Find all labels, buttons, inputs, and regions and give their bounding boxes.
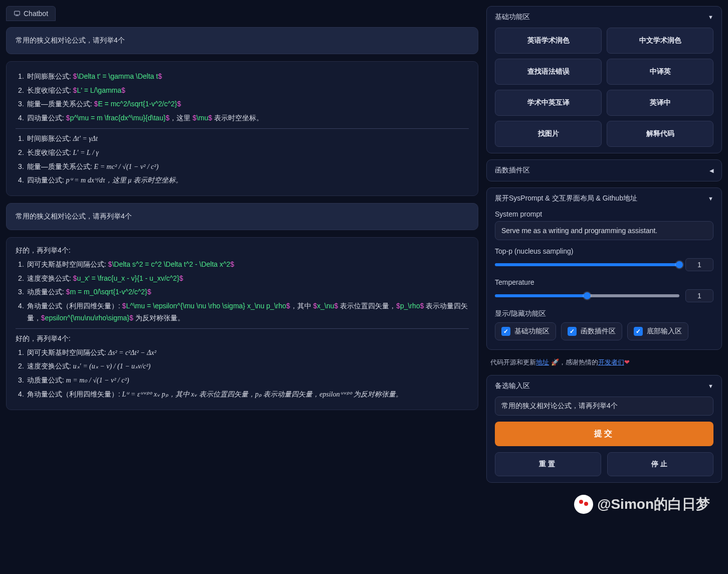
- toggle-bottom-input[interactable]: ✓底部输入区: [627, 322, 688, 340]
- stop-button[interactable]: 停止: [607, 452, 713, 476]
- checkbox-checked-icon: ✓: [634, 327, 643, 336]
- rocket-icon: 🚀: [551, 358, 559, 366]
- rendered-list-1: 1.时间膨胀公式: Δt′ = γΔt 2.长度收缩公式: L′ = L / γ…: [16, 133, 469, 186]
- chat-icon: [14, 10, 21, 17]
- list-item: 4.四动量公式: $p^\mu = m \frac{dx^\mu}{d\tau}…: [16, 112, 469, 124]
- plugins-panel-title: 函数插件区: [495, 166, 530, 175]
- user-message-1-text: 常用的狭义相对论公式，请列举4个: [16, 36, 125, 44]
- system-prompt-label: System prompt: [495, 210, 713, 218]
- divider: [16, 328, 469, 329]
- list-item: 2.长度收缩公式: L′ = L / γ: [16, 147, 469, 159]
- list-item: 2.长度收缩公式: $L' = L/\gamma$: [16, 85, 469, 97]
- topp-label: Top-p (nucleus sampling): [495, 247, 713, 255]
- heart-icon: ❤: [624, 358, 630, 366]
- sysprompt-panel-header[interactable]: 展开SysPrompt & 交互界面布局 & Github地址 ▼: [495, 194, 713, 203]
- assistant-message-1: 1.时间膨胀公式: $\Delta t' = \gamma \Delta t$ …: [6, 61, 478, 196]
- temperature-value[interactable]: 1: [685, 289, 713, 302]
- alt-input-panel: 备选输入区 ▼ 提交 重置 停止: [486, 375, 722, 483]
- plugins-panel: 函数插件区 ◀: [486, 159, 722, 181]
- list-item: 3.能量—质量关系公式: E = mc² / √(1 − v² / c²): [16, 161, 469, 173]
- toggle-section-label: 显示/隐藏功能区: [495, 309, 713, 318]
- tab-bar: Chatbot: [6, 6, 478, 21]
- temperature-label: Temperature: [495, 278, 713, 286]
- alt-input-title: 备选输入区: [495, 381, 530, 391]
- fn-btn-find-image[interactable]: 找图片: [495, 121, 602, 147]
- topp-value[interactable]: 1: [685, 258, 713, 271]
- list-item: 2.速度变换公式: uₓ′ = (uₓ − v) / (1 − uₓv/c²): [16, 360, 469, 372]
- chevron-left-icon: ◀: [709, 167, 713, 174]
- user-message-2-text: 常用的狭义相对论公式，请再列举4个: [16, 212, 132, 220]
- fn-btn-zh-to-en[interactable]: 中译英: [607, 59, 713, 85]
- system-prompt-input[interactable]: [495, 221, 713, 240]
- footer-note: 代码开源和更新地址 🚀，感谢热情的开发者们❤: [486, 356, 722, 369]
- list-item: 4.四动量公式: pᵘ = m dxᵘ/dτ，这里 μ 表示时空坐标。: [16, 174, 469, 186]
- toggle-basic[interactable]: ✓基础功能区: [495, 322, 556, 340]
- basic-panel: 基础功能区 ▼ 英语学术润色 中文学术润色 查找语法错误 中译英 学术中英互译 …: [486, 6, 722, 153]
- rendered-intro: 好的，再列举4个:: [16, 333, 469, 345]
- reset-button[interactable]: 重置: [495, 452, 601, 476]
- rendered-list-2: 1.闵可夫斯基时空间隔公式: Δs² = c²Δt² − Δx² 2.速度变换公…: [16, 347, 469, 401]
- topp-slider[interactable]: [495, 263, 679, 266]
- submit-button[interactable]: 提交: [495, 422, 713, 446]
- assistant-intro: 好的，再列举4个:: [16, 245, 469, 257]
- user-message-1: 常用的狭义相对论公式，请列举4个: [6, 27, 478, 54]
- slider-thumb[interactable]: [584, 292, 591, 299]
- user-message-2: 常用的狭义相对论公式，请再列举4个: [6, 203, 478, 230]
- divider: [16, 128, 469, 129]
- checkbox-checked-icon: ✓: [501, 327, 510, 336]
- fn-btn-grammar[interactable]: 查找语法错误: [495, 59, 602, 85]
- list-item: 3.动质量公式: m = m₀ / √(1 − v² / c²): [16, 374, 469, 387]
- alt-input-field[interactable]: [495, 397, 713, 416]
- list-item: 4.角动量公式（利用四维矢量）: Lᵘ = εᵘᵛᵖᵒ xᵥ pₚ，其中 xᵥ …: [16, 389, 469, 401]
- chevron-down-icon: ▼: [708, 14, 713, 20]
- fn-btn-chinese-polish[interactable]: 中文学术润色: [607, 28, 713, 54]
- list-item: 1.闵可夫斯基时空间隔公式: $\Delta s^2 = c^2 \Delta …: [16, 259, 469, 271]
- list-item: 3.能量—质量关系公式: $E = mc^2/\sqrt{1-v^2/c^2}$: [16, 98, 469, 110]
- list-item: 3.动质量公式: $m = m_0/\sqrt{1-v^2/c^2}$: [16, 286, 469, 298]
- basic-button-grid: 英语学术润色 中文学术润色 查找语法错误 中译英 学术中英互译 英译中 找图片 …: [495, 28, 713, 147]
- fn-btn-en-to-zh[interactable]: 英译中: [607, 90, 713, 116]
- raw-list-1: 1.时间膨胀公式: $\Delta t' = \gamma \Delta t$ …: [16, 71, 469, 124]
- svg-rect-0: [15, 11, 20, 15]
- fn-btn-academic-translate[interactable]: 学术中英互译: [495, 90, 602, 116]
- raw-list-2: 1.闵可夫斯基时空间隔公式: $\Delta s^2 = c^2 \Delta …: [16, 259, 469, 324]
- source-link[interactable]: 地址: [536, 358, 549, 366]
- list-item: 1.时间膨胀公式: $\Delta t' = \gamma \Delta t$: [16, 71, 469, 83]
- chat-area: 常用的狭义相对论公式，请列举4个 1.时间膨胀公式: $\Delta t' = …: [6, 27, 478, 568]
- toggle-group: ✓基础功能区 ✓函数插件区 ✓底部输入区: [495, 322, 713, 340]
- alt-input-header[interactable]: 备选输入区 ▼: [495, 381, 713, 391]
- tab-chatbot[interactable]: Chatbot: [6, 6, 56, 21]
- basic-panel-header[interactable]: 基础功能区 ▼: [495, 13, 713, 22]
- plugins-panel-header[interactable]: 函数插件区 ◀: [495, 166, 713, 175]
- tab-label: Chatbot: [24, 10, 48, 18]
- chevron-down-icon: ▼: [708, 383, 713, 389]
- list-item: 2.速度变换公式: $u_x' = \frac{u_x - v}{1 - u_x…: [16, 273, 469, 285]
- sysprompt-panel-title: 展开SysPrompt & 交互界面布局 & Github地址: [495, 194, 637, 203]
- slider-thumb[interactable]: [676, 261, 683, 268]
- list-item: 1.时间膨胀公式: Δt′ = γΔt: [16, 133, 469, 145]
- toggle-plugins[interactable]: ✓函数插件区: [561, 322, 622, 340]
- list-item: 4.角动量公式（利用四维矢量）: $L^\mu = \epsilon^{\mu …: [16, 300, 469, 324]
- fn-btn-english-polish[interactable]: 英语学术润色: [495, 28, 602, 54]
- temperature-slider[interactable]: [495, 294, 679, 297]
- fn-btn-explain-code[interactable]: 解释代码: [607, 121, 713, 147]
- devs-link[interactable]: 开发者们: [598, 358, 624, 366]
- chevron-down-icon: ▼: [708, 196, 713, 202]
- basic-panel-title: 基础功能区: [495, 13, 530, 22]
- assistant-message-2: 好的，再列举4个: 1.闵可夫斯基时空间隔公式: $\Delta s^2 = c…: [6, 237, 478, 410]
- list-item: 1.闵可夫斯基时空间隔公式: Δs² = c²Δt² − Δx²: [16, 347, 469, 359]
- checkbox-checked-icon: ✓: [568, 327, 577, 336]
- sysprompt-panel: 展开SysPrompt & 交互界面布局 & Github地址 ▼ System…: [486, 187, 722, 350]
